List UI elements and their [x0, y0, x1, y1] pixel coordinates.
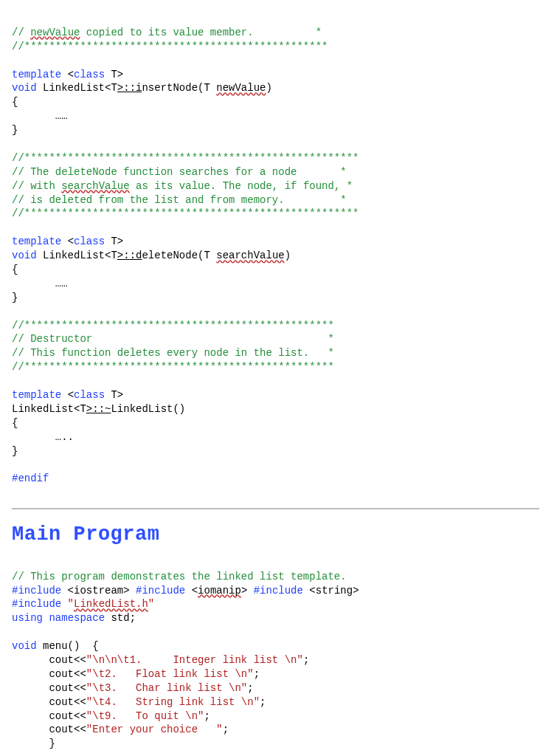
- heading-main-program: Main Program: [12, 521, 539, 548]
- section-divider: [12, 508, 539, 509]
- code-block-main: // This program demonstrates the linked …: [12, 556, 539, 756]
- code-block-insert: // newValue copied to its value member. …: [12, 12, 539, 137]
- code-block-destructor: //**************************************…: [12, 305, 539, 487]
- code-block-delete: //**************************************…: [12, 137, 539, 305]
